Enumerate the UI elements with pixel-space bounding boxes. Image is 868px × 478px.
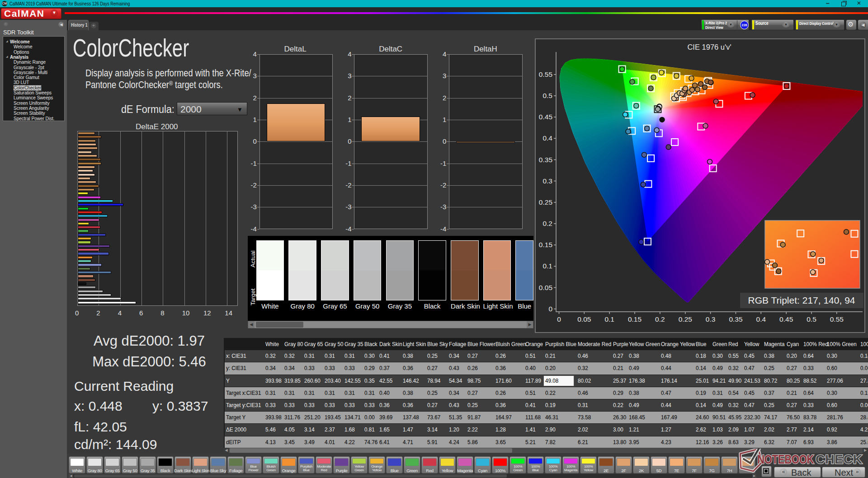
svg-text:0.5: 0.5 [542, 92, 552, 99]
svg-text:RGB Triplet: 217, 140, 94: RGB Triplet: 217, 140, 94 [748, 295, 855, 305]
svg-text:0.35: 0.35 [729, 315, 742, 323]
svg-text:0.25: 0.25 [539, 198, 552, 206]
svg-text:0: 0 [548, 305, 552, 313]
svg-text:NOTEBOOK: NOTEBOOK [757, 452, 814, 466]
svg-text:0.4: 0.4 [756, 315, 766, 323]
svg-text:0.45: 0.45 [539, 113, 552, 121]
svg-text:0.3: 0.3 [542, 177, 552, 185]
svg-text:0: 0 [557, 315, 561, 323]
svg-text:0.55: 0.55 [830, 315, 844, 323]
svg-text:0.15: 0.15 [628, 315, 642, 323]
svg-text:0.4: 0.4 [542, 134, 552, 142]
svg-text:0.1: 0.1 [604, 315, 614, 323]
svg-text:0.1: 0.1 [542, 262, 552, 270]
svg-text:0.15: 0.15 [539, 241, 552, 248]
svg-text:0.5: 0.5 [807, 315, 816, 323]
svg-text:0.35: 0.35 [539, 156, 552, 164]
svg-text:0.05: 0.05 [577, 315, 591, 323]
svg-text:0.2: 0.2 [655, 315, 665, 323]
svg-text:CIE 1976 u'v': CIE 1976 u'v' [687, 43, 731, 51]
svg-text:CHECK: CHECK [816, 452, 863, 466]
svg-text:0.2: 0.2 [542, 220, 552, 227]
svg-text:0.55: 0.55 [539, 70, 552, 78]
svg-text:0.25: 0.25 [679, 315, 692, 323]
svg-text:0.45: 0.45 [779, 315, 793, 323]
svg-text:0.3: 0.3 [706, 315, 716, 323]
svg-text:0.05: 0.05 [539, 284, 552, 291]
